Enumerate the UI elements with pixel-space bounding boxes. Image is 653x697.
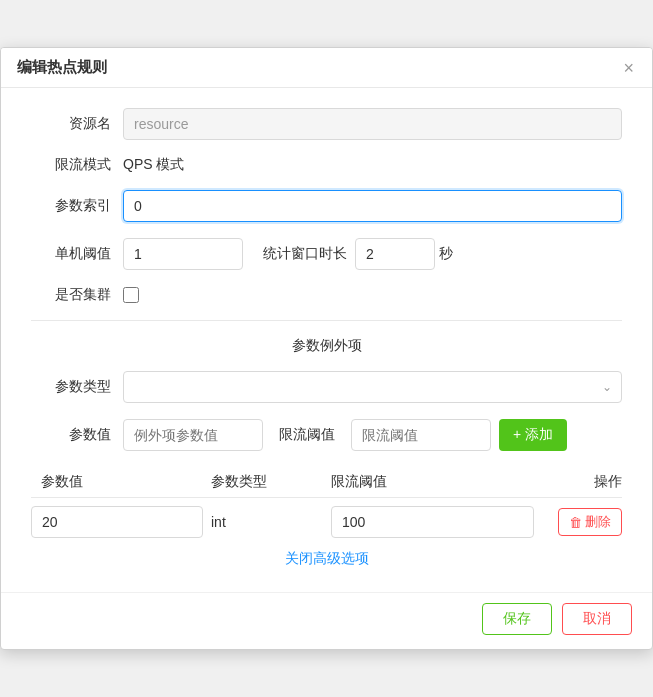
dialog-header: 编辑热点规则 ×: [1, 48, 652, 88]
rate-mode-label: 限流模式: [31, 156, 111, 174]
table-row: int 🗑 删除: [31, 506, 622, 538]
resource-row: 资源名: [31, 108, 622, 140]
param-value-row: 参数值 限流阈值 + 添加: [31, 419, 622, 451]
dialog-body: 资源名 限流模式 QPS 模式 参数索引 单机阈值 统计窗口时长 秒 是否集群: [1, 88, 652, 592]
th-param-val: 参数值: [31, 473, 211, 491]
param-type-label: 参数类型: [31, 378, 111, 396]
dialog-title: 编辑热点规则: [17, 58, 107, 77]
stat-window-label: 统计窗口时长: [263, 245, 347, 263]
table-header: 参数值 参数类型 限流阈值 操作: [31, 467, 622, 498]
delete-button[interactable]: 🗑 删除: [558, 508, 622, 536]
dialog: 编辑热点规则 × 资源名 限流模式 QPS 模式 参数索引 单机阈值 统计窗口时…: [0, 47, 653, 650]
param-type-row: 参数类型 int String long float double boolea…: [31, 371, 622, 403]
dialog-footer: 保存 取消: [1, 592, 652, 649]
row-param-val-input[interactable]: [31, 506, 203, 538]
threshold-label: 限流阈值: [279, 426, 335, 444]
add-button[interactable]: + 添加: [499, 419, 567, 451]
param-type-select-wrapper: int String long float double boolean ⌄: [123, 371, 622, 403]
threshold-input[interactable]: [351, 419, 491, 451]
resource-label: 资源名: [31, 115, 111, 133]
advanced-link[interactable]: 关闭高级选项: [285, 550, 369, 566]
param-value-label: 参数值: [31, 426, 111, 444]
advanced-link-container: 关闭高级选项: [31, 550, 622, 568]
cancel-button[interactable]: 取消: [562, 603, 632, 635]
delete-label: 删除: [585, 513, 611, 531]
param-index-input[interactable]: [123, 190, 622, 222]
td-action: 🗑 删除: [542, 508, 622, 536]
section-title: 参数例外项: [31, 337, 622, 355]
resource-input[interactable]: [123, 108, 622, 140]
row-param-type-value: int: [211, 514, 226, 530]
param-value-input[interactable]: [123, 419, 263, 451]
stat-window-suffix: 秒: [439, 245, 453, 263]
param-index-label: 参数索引: [31, 197, 111, 215]
cluster-checkbox[interactable]: [123, 287, 139, 303]
trash-icon: 🗑: [569, 515, 582, 530]
table-rows: int 🗑 删除: [31, 506, 622, 538]
threshold-window-row: 单机阈值 统计窗口时长 秒: [31, 238, 622, 270]
cluster-row: 是否集群: [31, 286, 622, 304]
td-param-val: [31, 506, 211, 538]
cluster-label: 是否集群: [31, 286, 111, 304]
row-threshold-input[interactable]: [331, 506, 534, 538]
stat-window-input[interactable]: [355, 238, 435, 270]
th-action: 操作: [542, 473, 622, 491]
rate-mode-row: 限流模式 QPS 模式: [31, 156, 622, 174]
param-type-select[interactable]: int String long float double boolean: [123, 371, 622, 403]
single-threshold-input[interactable]: [123, 238, 243, 270]
th-threshold: 限流阈值: [331, 473, 542, 491]
td-threshold: [331, 506, 542, 538]
td-param-type: int: [211, 514, 331, 530]
rate-mode-value: QPS 模式: [123, 156, 184, 174]
close-button[interactable]: ×: [621, 59, 636, 77]
divider: [31, 320, 622, 321]
save-button[interactable]: 保存: [482, 603, 552, 635]
param-index-row: 参数索引: [31, 190, 622, 222]
th-param-type: 参数类型: [211, 473, 331, 491]
single-threshold-label: 单机阈值: [31, 245, 111, 263]
